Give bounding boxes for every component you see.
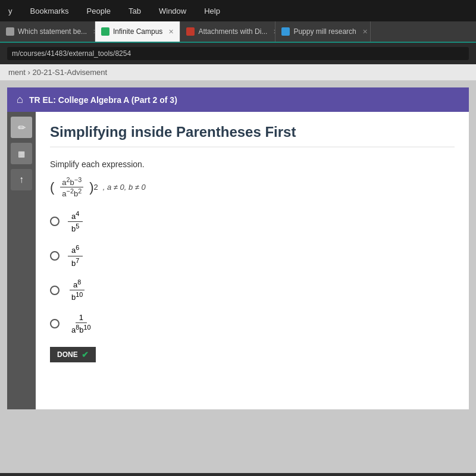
calculator-icon: ▦	[18, 149, 25, 158]
main-content: ⌂ TR EL: College Algebra A (Part 2 of 3)…	[0, 80, 476, 473]
breadcrumb-text: ment › 20-21-S1-Advisement	[8, 68, 107, 77]
tab-bar: Which statement be... ✕ Infinite Campus …	[0, 21, 476, 43]
fraction-option-3: a8 b10	[68, 278, 86, 303]
outer-exponent: 2	[94, 183, 98, 192]
menu-item-window[interactable]: Window	[155, 4, 190, 18]
tab-favicon-4	[281, 27, 290, 36]
menu-item-tab[interactable]: Tab	[125, 4, 145, 18]
tab-favicon-3	[186, 27, 195, 36]
tab-favicon-2	[101, 27, 109, 36]
a-exp-2: 2	[67, 176, 70, 183]
up-arrow-button[interactable]: ↑	[11, 169, 32, 190]
a4-exp: 4	[76, 210, 79, 217]
a-exp-neg2: −2	[67, 187, 74, 195]
pencil-button[interactable]: ✏	[11, 117, 32, 138]
left-sidebar: ✏ ▦ ↑	[7, 112, 36, 409]
ans-den-2: b7	[68, 256, 83, 268]
tab-attachments[interactable]: Attachments with Di... ✕	[180, 21, 275, 42]
fraction-option-4: 1 a8b10	[68, 312, 95, 335]
answer-option-4: 1 a8b10	[50, 312, 455, 335]
menu-item-people[interactable]: People	[83, 4, 114, 18]
pencil-icon: ✏	[18, 122, 26, 133]
constraint-text: , a ≠ 0, b ≠ 0	[103, 183, 146, 192]
main-fraction: a2b−3 a−2b2	[60, 176, 83, 199]
tab-which-statement[interactable]: Which statement be... ✕	[0, 21, 95, 42]
tab-label-3: Attachments with Di...	[198, 27, 267, 36]
tab-puppy-research[interactable]: Puppy mill research ✕	[275, 21, 371, 42]
home-icon: ⌂	[17, 93, 23, 106]
tab-label-2: Infinite Campus	[113, 27, 162, 36]
ans-num-4: 1	[76, 312, 87, 323]
b10b-exp: 10	[84, 324, 91, 331]
menu-item-y[interactable]: y	[5, 4, 16, 18]
ans-num-1: a4	[68, 209, 83, 222]
tab-label-1: Which statement be...	[18, 27, 87, 36]
b-exp-2: 2	[78, 187, 82, 195]
b5-exp: 5	[76, 223, 79, 230]
question-content: Simplifying inside Parentheses First Sim…	[36, 112, 469, 409]
course-header: ⌂ TR EL: College Algebra A (Part 2 of 3)	[7, 87, 469, 112]
left-paren: (	[50, 180, 54, 195]
tab-infinite-campus[interactable]: Infinite Campus ✕	[95, 21, 180, 42]
b10-exp: 10	[76, 291, 83, 298]
done-label: DONE	[57, 350, 78, 359]
ans-den-4: a8b10	[68, 323, 95, 335]
a6-exp: 6	[76, 244, 79, 251]
a8b-exp: 8	[76, 324, 79, 331]
ans-den-3: b10	[68, 290, 86, 302]
check-icon: ✔	[82, 350, 89, 359]
ans-num-2: a6	[68, 243, 83, 256]
up-arrow-icon: ↑	[19, 174, 24, 185]
answer-option-1: a4 b5	[50, 209, 455, 234]
tab-favicon-1	[6, 27, 14, 36]
expression-line: ( a2b−3 a−2b2 )2 , a ≠ 0, b ≠ 0	[50, 176, 455, 199]
menu-bar: y Bookmarks People Tab Window Help	[0, 0, 476, 21]
simplify-instruction: Simplify each expression.	[50, 159, 455, 169]
radio-option-4[interactable]	[50, 319, 60, 328]
calculator-button[interactable]: ▦	[11, 143, 32, 164]
fraction-option-1: a4 b5	[68, 209, 83, 234]
fraction-numerator: a2b−3	[60, 176, 83, 187]
radio-option-2[interactable]	[50, 251, 60, 261]
content-box: ✏ ▦ ↑ Simplifying inside Parentheses Fir…	[7, 112, 469, 409]
b7-exp: 7	[76, 257, 79, 264]
radio-option-3[interactable]	[50, 286, 60, 295]
url-input[interactable]	[7, 47, 469, 60]
fraction-option-2: a6 b7	[68, 243, 83, 268]
fraction-denominator: a−2b2	[60, 187, 83, 198]
radio-option-1[interactable]	[50, 217, 60, 226]
answer-options: a4 b5 a6 b7	[50, 209, 455, 335]
done-button[interactable]: DONE ✔	[50, 347, 96, 362]
tab-close-4[interactable]: ✕	[362, 28, 368, 36]
breadcrumb: ment › 20-21-S1-Advisement	[0, 64, 476, 80]
question-heading: Simplifying inside Parentheses First	[50, 124, 455, 148]
menu-item-bookmarks[interactable]: Bookmarks	[27, 4, 73, 18]
a8-exp: 8	[77, 278, 81, 286]
answer-option-2: a6 b7	[50, 243, 455, 268]
ans-den-1: b5	[68, 222, 83, 234]
b-exp-neg3: −3	[74, 176, 82, 183]
right-paren: )2	[89, 180, 98, 195]
tab-label-4: Puppy mill research	[293, 27, 356, 36]
answer-option-3: a8 b10	[50, 278, 455, 303]
menu-item-help[interactable]: Help	[201, 4, 224, 18]
course-title: TR EL: College Algebra A (Part 2 of 3)	[29, 95, 177, 105]
tab-close-2[interactable]: ✕	[168, 28, 174, 36]
address-bar	[0, 43, 476, 64]
ans-num-3: a8	[70, 278, 84, 290]
